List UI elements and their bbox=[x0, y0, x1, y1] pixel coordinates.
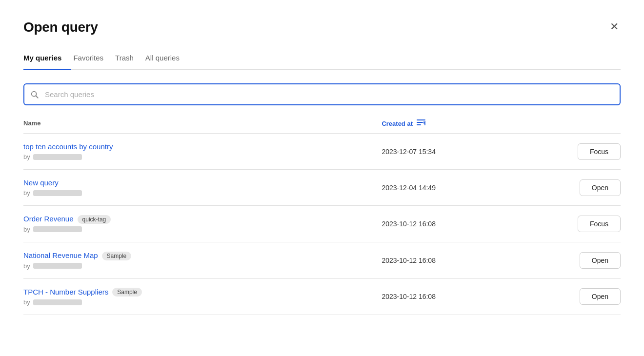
action-cell: Focus bbox=[531, 206, 621, 242]
table-row: National Revenue MapSampleby2023-10-12 1… bbox=[23, 242, 621, 278]
query-name-link[interactable]: top ten accounts by country bbox=[23, 142, 113, 151]
created-at-cell: 2023-12-07 15:34 bbox=[382, 134, 531, 170]
by-label: by bbox=[23, 189, 30, 197]
by-name-placeholder bbox=[33, 226, 82, 232]
action-cell: Open bbox=[531, 170, 621, 206]
by-row: by bbox=[23, 262, 382, 270]
by-row: by bbox=[23, 189, 382, 197]
query-tag: Sample bbox=[102, 252, 132, 260]
tab-favorites[interactable]: Favorites bbox=[71, 49, 113, 70]
action-cell: Open bbox=[531, 242, 621, 278]
search-container bbox=[23, 83, 621, 105]
table-row: TPCH - Number SuppliersSampleby2023-10-1… bbox=[23, 278, 621, 315]
open-button[interactable]: Open bbox=[580, 252, 621, 269]
open-button[interactable]: Open bbox=[580, 179, 621, 196]
tab-all-queries[interactable]: All queries bbox=[143, 49, 189, 70]
table-row: Order Revenuequick-tagby2023-10-12 16:08… bbox=[23, 206, 621, 242]
dialog-title: Open query bbox=[23, 20, 98, 35]
focus-button[interactable]: Focus bbox=[578, 216, 621, 232]
tab-my-queries[interactable]: My queries bbox=[23, 49, 71, 70]
created-at-value: 2023-10-12 16:08 bbox=[382, 220, 436, 228]
created-at-cell: 2023-10-12 16:08 bbox=[382, 278, 531, 315]
by-label: by bbox=[23, 298, 30, 306]
open-button[interactable]: Open bbox=[580, 288, 621, 305]
query-tag: quick-tag bbox=[78, 215, 111, 224]
name-cell: National Revenue MapSampleby bbox=[23, 242, 382, 278]
action-cell: Open bbox=[531, 278, 621, 315]
dialog-header: Open query ✕ bbox=[23, 20, 621, 35]
action-cell: Focus bbox=[531, 134, 621, 170]
by-label: by bbox=[23, 262, 30, 270]
query-name-link[interactable]: TPCH - Number Suppliers bbox=[23, 288, 108, 296]
search-icon bbox=[30, 90, 39, 99]
created-at-cell: 2023-10-12 16:08 bbox=[382, 242, 531, 278]
by-row: by bbox=[23, 298, 382, 306]
created-at-value: 2023-12-04 14:49 bbox=[382, 184, 436, 192]
by-label: by bbox=[23, 153, 30, 160]
created-at-value: 2023-10-12 16:08 bbox=[382, 293, 436, 300]
name-cell: TPCH - Number SuppliersSampleby bbox=[23, 278, 382, 315]
by-label: by bbox=[23, 226, 30, 233]
by-row: by bbox=[23, 226, 382, 233]
by-name-placeholder bbox=[33, 154, 82, 160]
col-header-name: Name bbox=[23, 119, 382, 134]
created-at-cell: 2023-10-12 16:08 bbox=[382, 206, 531, 242]
tab-bar: My queries Favorites Trash All queries bbox=[23, 49, 621, 70]
created-at-value: 2023-12-07 15:34 bbox=[382, 148, 436, 156]
query-name-link[interactable]: New query bbox=[23, 178, 59, 187]
created-at-value: 2023-10-12 16:08 bbox=[382, 257, 436, 264]
by-name-placeholder bbox=[33, 299, 82, 305]
by-name-placeholder bbox=[33, 190, 82, 196]
queries-table: Name Created at bbox=[23, 119, 621, 315]
focus-button[interactable]: Focus bbox=[578, 143, 621, 160]
name-cell: Order Revenuequick-tagby bbox=[23, 206, 382, 242]
search-input[interactable] bbox=[23, 83, 621, 105]
sort-icon bbox=[417, 119, 425, 126]
open-query-dialog: Open query ✕ My queries Favorites Trash … bbox=[0, 0, 644, 356]
by-name-placeholder bbox=[33, 263, 82, 269]
name-cell: New queryby bbox=[23, 170, 382, 206]
close-button[interactable]: ✕ bbox=[608, 20, 621, 34]
close-icon: ✕ bbox=[610, 21, 619, 32]
name-cell: top ten accounts by countryby bbox=[23, 134, 382, 170]
tab-trash[interactable]: Trash bbox=[113, 49, 143, 70]
table-header: Name Created at bbox=[23, 119, 621, 134]
col-header-action bbox=[531, 119, 621, 134]
query-name-link[interactable]: National Revenue Map bbox=[23, 251, 98, 259]
by-row: by bbox=[23, 153, 382, 160]
table-row: top ten accounts by countryby2023-12-07 … bbox=[23, 134, 621, 170]
table-body: top ten accounts by countryby2023-12-07 … bbox=[23, 134, 621, 315]
table-row: New queryby2023-12-04 14:49Open bbox=[23, 170, 621, 206]
col-header-created[interactable]: Created at bbox=[382, 119, 531, 134]
created-at-cell: 2023-12-04 14:49 bbox=[382, 170, 531, 206]
svg-line-1 bbox=[36, 96, 38, 98]
query-tag: Sample bbox=[112, 288, 142, 297]
query-name-link[interactable]: Order Revenue bbox=[23, 215, 74, 223]
